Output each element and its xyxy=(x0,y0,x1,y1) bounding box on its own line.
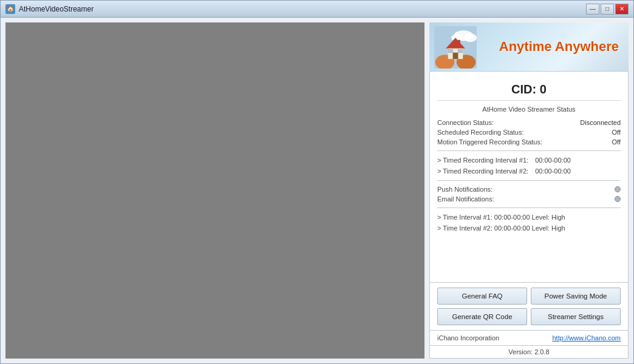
app-icon: 🏠 xyxy=(5,4,15,14)
email-notifications-row: Email Notifications: xyxy=(437,194,621,204)
video-panel xyxy=(5,22,424,359)
right-panel: Anytime Anywhere CID: 0 AtHome Video Str… xyxy=(429,22,629,359)
connection-status-row: Connection Status: Disconnected xyxy=(437,118,621,127)
company-name: iChano Incorporation xyxy=(437,334,499,342)
house-icon xyxy=(434,26,477,69)
scheduled-recording-value: Off xyxy=(612,129,621,136)
email-notif-led xyxy=(615,196,621,202)
connection-status-label: Connection Status: xyxy=(437,119,494,126)
website-link[interactable]: http://www.iChano.com xyxy=(553,334,621,342)
main-content: Anytime Anywhere CID: 0 AtHome Video Str… xyxy=(1,18,633,363)
info-panel: CID: 0 AtHome Video Streamer Status Conn… xyxy=(429,71,629,283)
motion-recording-value: Off xyxy=(612,138,621,146)
banner-tagline: Anytime Anywhere xyxy=(499,39,619,55)
streamer-settings-button[interactable]: Streamer Settings xyxy=(531,308,621,325)
time-interval-1: > Time Interval #1: 00:00-00:00 Level: H… xyxy=(437,212,621,223)
window-title: AtHomeVideoStreamer xyxy=(19,5,586,13)
motion-recording-row: Motion Triggered Recording Status: Off xyxy=(437,137,621,147)
svg-rect-8 xyxy=(453,53,458,59)
svg-rect-11 xyxy=(458,40,460,46)
time-interval-2: > Time Interval #2: 00:00-00:00 Level: H… xyxy=(437,223,621,234)
push-notifications-row: Push Notifications: xyxy=(437,184,621,194)
connection-status-value: Disconnected xyxy=(580,119,621,126)
window-controls: — □ ✕ xyxy=(586,4,629,15)
minimize-button[interactable]: — xyxy=(586,4,599,15)
timed-interval-2: > Timed Recording Interval #2: 00:00-00:… xyxy=(437,166,621,177)
footer-section: iChano Incorporation http://www.iChano.c… xyxy=(429,331,629,346)
buttons-section: General FAQ Power Saving Mode Generate Q… xyxy=(429,283,629,331)
email-notif-label: Email Notifications: xyxy=(437,195,494,203)
version-section: Version: 2.0.8 xyxy=(429,346,629,359)
banner: Anytime Anywhere xyxy=(429,22,629,71)
app-window: 🏠 AtHomeVideoStreamer — □ ✕ xyxy=(0,0,634,364)
maximize-button[interactable]: □ xyxy=(601,4,614,15)
scheduled-recording-row: Scheduled Recording Status: Off xyxy=(437,127,621,137)
motion-recording-label: Motion Triggered Recording Status: xyxy=(437,138,542,146)
svg-rect-9 xyxy=(449,50,453,53)
divider-3 xyxy=(437,207,621,208)
title-bar: 🏠 AtHomeVideoStreamer — □ ✕ xyxy=(1,1,633,18)
push-notif-led xyxy=(615,186,621,192)
svg-point-2 xyxy=(464,33,477,42)
timed-interval-1: > Timed Recording Interval #1: 00:00-00:… xyxy=(437,155,621,166)
push-notif-label: Push Notifications: xyxy=(437,186,493,193)
scheduled-recording-label: Scheduled Recording Status: xyxy=(437,129,523,136)
status-section-title: AtHome Video Streamer Status xyxy=(437,106,621,113)
svg-rect-10 xyxy=(458,50,462,53)
divider-2 xyxy=(437,180,621,181)
divider-1 xyxy=(437,150,621,151)
power-saving-button[interactable]: Power Saving Mode xyxy=(531,288,621,305)
close-button[interactable]: ✕ xyxy=(615,4,629,15)
version-label: Version: 2.0.8 xyxy=(508,348,549,356)
generate-qr-button[interactable]: Generate QR Code xyxy=(437,308,527,325)
cid-display: CID: 0 xyxy=(437,76,621,101)
faq-button[interactable]: General FAQ xyxy=(437,288,527,305)
